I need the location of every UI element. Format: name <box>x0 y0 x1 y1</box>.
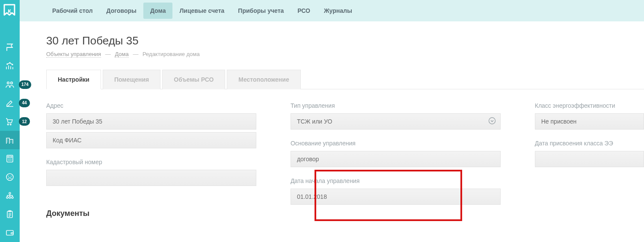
documents-title: Документы <box>46 209 256 218</box>
mgmt-type-label: Тип управления <box>291 102 501 109</box>
chevron-down-icon <box>488 117 496 126</box>
nav-houses[interactable]: Дома <box>143 3 172 19</box>
tab-settings[interactable]: Настройки <box>46 70 101 89</box>
sidebar-item-edit[interactable]: 44 <box>0 94 20 112</box>
address-field[interactable]: 30 лет Победы 35 <box>46 113 256 130</box>
cadastral-field[interactable] <box>46 170 256 186</box>
svg-text:к: к <box>8 7 11 14</box>
mgmt-start-value: 01.01.2018 <box>297 193 327 200</box>
address-label: Адрес <box>46 102 256 109</box>
sidebar-item-face[interactable] <box>0 168 20 186</box>
sidebar-item-flag[interactable] <box>0 38 20 56</box>
breadcrumb-sep: — <box>133 51 138 57</box>
tab-location[interactable]: Местоположение <box>227 70 300 89</box>
topbar: Рабочий стол Договоры Дома Лицевые счета… <box>20 0 644 21</box>
sidebar-item-calc[interactable] <box>0 149 20 168</box>
sidebar: к 174 44 12 <box>0 0 20 242</box>
flag-icon <box>6 43 14 52</box>
address-value: 30 лет Победы 35 <box>53 118 102 125</box>
svg-point-5 <box>11 82 13 84</box>
face-icon <box>6 173 14 181</box>
tab-rooms[interactable]: Помещения <box>103 70 160 89</box>
wallet-icon <box>6 228 14 237</box>
svg-point-19 <box>9 197 11 198</box>
form-col-address: Адрес 30 лет Победы 35 Код ФИАС Кадастро… <box>46 100 256 218</box>
cart-icon <box>6 117 14 126</box>
svg-point-8 <box>8 159 9 159</box>
sidebar-item-wallet[interactable] <box>0 224 20 242</box>
mgmt-start-label: Дата начала управления <box>291 177 501 184</box>
nav-meters[interactable]: Приборы учета <box>231 3 291 19</box>
svg-rect-21 <box>7 211 12 218</box>
energy-class-label: Класс энергоэффективности <box>535 102 644 109</box>
nav-journals[interactable]: Журналы <box>317 3 359 19</box>
sidebar-item-cart[interactable]: 12 <box>0 112 20 131</box>
svg-point-12 <box>9 160 10 161</box>
sidebar-item-users[interactable]: 174 <box>0 75 20 94</box>
svg-point-15 <box>8 176 9 177</box>
tabs: Настройки Помещения Объемы РСО Местополо… <box>46 69 644 89</box>
svg-point-17 <box>9 192 11 194</box>
form-grid: Адрес 30 лет Победы 35 Код ФИАС Кадастро… <box>46 100 644 218</box>
app-logo[interactable]: к <box>0 0 20 21</box>
mgmt-type-value: ТСЖ или УО <box>297 118 332 125</box>
content: 30 лет Победы 35 Объекты управления — До… <box>20 21 644 242</box>
svg-point-11 <box>8 160 9 161</box>
sidebar-item-org[interactable] <box>0 186 20 205</box>
breadcrumb-current: Редактирование дома <box>142 51 200 57</box>
energy-class-field[interactable]: Не присвоен <box>535 113 644 130</box>
breadcrumb-link-objects[interactable]: Объекты управления <box>46 51 101 58</box>
svg-point-24 <box>489 118 495 124</box>
stats-icon <box>6 62 14 70</box>
mgmt-basis-value: договор <box>297 156 319 162</box>
form-col-management: Тип управления ТСЖ или УО Основание упра… <box>291 100 501 218</box>
svg-point-14 <box>6 174 13 180</box>
svg-point-13 <box>11 160 12 161</box>
mgmt-basis-field[interactable]: договор <box>291 151 501 167</box>
buildings-icon <box>6 136 14 145</box>
fias-placeholder: Код ФИАС <box>53 137 82 144</box>
energy-class-value: Не присвоен <box>541 118 577 125</box>
svg-rect-7 <box>8 156 12 157</box>
clipboard-icon <box>6 210 14 218</box>
energy-date-label: Дата присвоения класса ЭЭ <box>535 140 644 147</box>
sidebar-item-stats[interactable] <box>0 57 20 75</box>
page-title: 30 лет Победы 35 <box>46 34 644 47</box>
mgmt-type-select[interactable]: ТСЖ или УО <box>291 113 501 130</box>
nav-accounts[interactable]: Лицевые счета <box>172 3 231 19</box>
breadcrumb-sep: — <box>105 51 111 57</box>
svg-point-20 <box>12 197 13 198</box>
cadastral-label: Кадастровый номер <box>46 159 256 165</box>
mgmt-basis-label: Основание управления <box>291 140 501 147</box>
svg-point-16 <box>11 176 12 177</box>
nav-contracts[interactable]: Договоры <box>100 3 143 19</box>
energy-date-field[interactable] <box>535 151 644 167</box>
tab-rso-volumes[interactable]: Объемы РСО <box>162 70 225 89</box>
edit-icon <box>6 99 14 107</box>
svg-point-18 <box>6 197 8 198</box>
users-icon <box>6 80 14 89</box>
fias-field[interactable]: Код ФИАС <box>46 132 256 148</box>
sidebar-item-clipboard[interactable] <box>0 205 20 223</box>
nav-rso[interactable]: РСО <box>291 3 317 19</box>
breadcrumb-link-houses[interactable]: Дома <box>115 51 128 58</box>
form-col-energy: Класс энергоэффективности Не присвоен Да… <box>535 100 644 218</box>
org-icon <box>6 192 14 200</box>
nav-desktop[interactable]: Рабочий стол <box>45 3 100 19</box>
svg-point-9 <box>9 159 10 159</box>
breadcrumb: Объекты управления — Дома — Редактирован… <box>46 51 644 57</box>
sidebar-item-buildings[interactable] <box>0 131 20 149</box>
svg-point-10 <box>11 159 12 159</box>
mgmt-start-field[interactable]: 01.01.2018 <box>291 189 501 205</box>
calculator-icon <box>6 154 14 163</box>
svg-point-4 <box>7 82 9 84</box>
